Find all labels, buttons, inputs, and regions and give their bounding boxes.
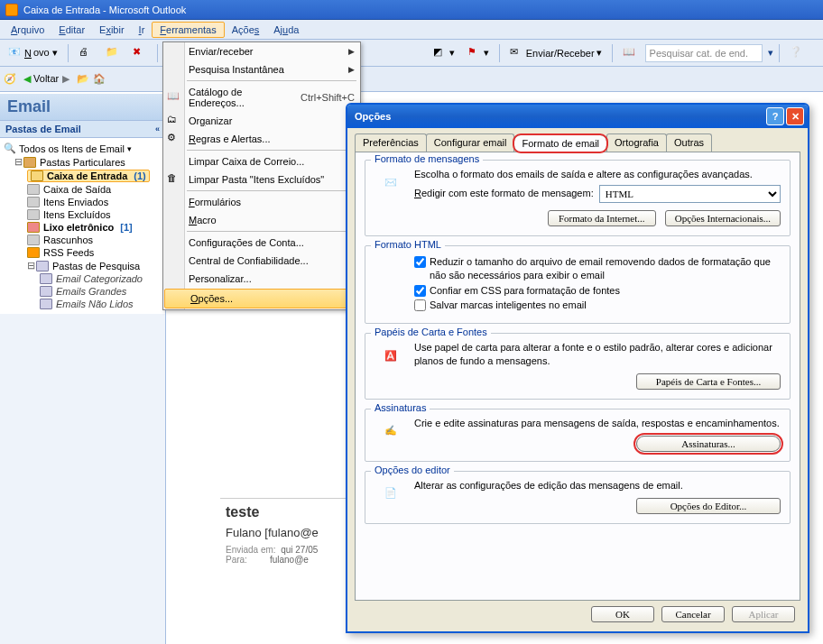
addressbook-icon: 📖 bbox=[623, 46, 637, 60]
dialog-footer: OK Cancelar Aplicar bbox=[591, 606, 795, 622]
back-button[interactable]: ◀ Voltar bbox=[23, 73, 59, 85]
addressbook-icon: 📖 bbox=[167, 90, 181, 105]
folder-inbox[interactable]: Caixa de Entrada (1) bbox=[2, 169, 163, 183]
move-button[interactable]: 📁 bbox=[101, 43, 125, 63]
toolbar-main: 📧NNovoovo ▾ 🖨 📁 ✖ ↩ ◩▾ ⚑▾ ✉ Enviar/Receb… bbox=[0, 40, 823, 67]
msgfmt-desc: Escolha o formato dos emails de saída e … bbox=[414, 168, 781, 181]
dialog-titlebar[interactable]: Opções ? ✕ bbox=[347, 105, 808, 128]
menu-item-customize[interactable]: Personalizar... bbox=[163, 270, 360, 288]
to-value: fulano@e bbox=[270, 555, 309, 565]
menu-item-instant-search[interactable]: Pesquisa Instantânea bbox=[163, 60, 360, 78]
send-receive-icon: ✉ bbox=[510, 46, 524, 60]
new-button[interactable]: 📧NNovoovo ▾ bbox=[4, 43, 62, 63]
menu-item-clean-mailbox[interactable]: Limpar Caixa de Correio... bbox=[163, 152, 360, 170]
tab-outras[interactable]: Outras bbox=[666, 133, 712, 152]
menu-item-send-receive[interactable]: Enviar/receber bbox=[163, 42, 360, 60]
outlook-icon bbox=[5, 4, 18, 16]
menu-bar: AArquivorquivo Editar Exibir Ir Ferramen… bbox=[0, 20, 823, 40]
forward-button[interactable]: ▶ bbox=[62, 73, 69, 85]
menu-acoes[interactable]: Ações bbox=[225, 23, 267, 37]
forward-icon: ▶ bbox=[62, 73, 69, 84]
folder-rss[interactable]: RSS Feeds bbox=[2, 246, 163, 259]
menu-arquivo[interactable]: AArquivorquivo bbox=[4, 23, 51, 37]
rss-icon bbox=[27, 247, 40, 258]
drafts-icon bbox=[27, 235, 40, 245]
nav-subheader-label: Pastas de Email bbox=[5, 124, 81, 134]
search-folder-icon bbox=[40, 299, 52, 309]
tab-preferencias[interactable]: Preferências bbox=[355, 133, 427, 152]
menu-ir[interactable]: Ir bbox=[132, 23, 153, 37]
apply-button[interactable]: Aplicar bbox=[732, 606, 795, 622]
contact-search-input[interactable]: Pesquisar cat. de end. bbox=[645, 44, 763, 62]
menu-editar[interactable]: Editar bbox=[51, 23, 92, 37]
signatures-desc: Crie e edite assinaturas para mensagens … bbox=[414, 417, 781, 430]
chk-reduce-size[interactable]: Reduzir o tamanho do arquivo de email re… bbox=[414, 255, 781, 282]
sent-label: Enviada em: bbox=[226, 545, 276, 555]
menu-item-rules[interactable]: ⚙Regras e Alertas... bbox=[163, 130, 360, 148]
menu-item-address-book[interactable]: 📖Catálogo de Endereços...Ctrl+Shift+C bbox=[163, 83, 360, 112]
sf-categorized[interactable]: Email Categorizado bbox=[2, 272, 163, 285]
menu-item-macro[interactable]: Macro bbox=[163, 211, 360, 229]
message-header: teste Fulano [fulano@e Enviada em: qui 2… bbox=[220, 498, 356, 570]
compose-format-select[interactable]: HTML bbox=[599, 185, 781, 203]
ok-button[interactable]: OK bbox=[591, 606, 654, 622]
address-book-button[interactable]: 📖 bbox=[618, 43, 642, 63]
up-button[interactable]: 📂 bbox=[77, 73, 89, 85]
editor-desc: Alterar as configurações de edição das m… bbox=[414, 479, 781, 492]
menu-item-trust-center[interactable]: Central de Confiabilidade... bbox=[163, 252, 360, 270]
sf-large[interactable]: Emails Grandes bbox=[2, 285, 163, 298]
nav-launch-button[interactable]: 🧭 bbox=[4, 73, 16, 85]
menu-item-account-settings[interactable]: Configurações de Conta... bbox=[163, 234, 360, 252]
nav-header: Email bbox=[0, 94, 165, 121]
help-icon: ❔ bbox=[790, 46, 804, 60]
chk-css-fonts[interactable]: Confiar em CSS para formatação de fontes bbox=[414, 284, 781, 298]
menu-item-empty-deleted[interactable]: 🗑Limpar Pasta "Itens Excluídos" bbox=[163, 170, 360, 189]
folder-sent[interactable]: Itens Enviados bbox=[2, 196, 163, 208]
followup-button[interactable]: ⚑▾ bbox=[463, 43, 494, 63]
print-icon: 🖨 bbox=[79, 46, 93, 60]
folder-deleted[interactable]: Itens Excluídos bbox=[2, 208, 163, 221]
delete-button[interactable]: ✖ bbox=[128, 43, 152, 63]
delete-icon: ✖ bbox=[133, 46, 147, 60]
menu-ajuda[interactable]: Ajuda bbox=[266, 23, 306, 37]
chevron-collapse-icon[interactable]: « bbox=[155, 124, 160, 133]
menu-ferramentas[interactable]: Ferramentas bbox=[152, 22, 224, 38]
home-button[interactable]: 🏠 bbox=[93, 73, 106, 85]
all-mail-items[interactable]: 🔍 Todos os Itens de Email ▾ bbox=[2, 142, 163, 155]
menu-item-options[interactable]: Opções... bbox=[164, 289, 359, 308]
tab-ortografia[interactable]: Ortografia bbox=[606, 133, 667, 152]
rules-icon: ⚙ bbox=[167, 132, 181, 146]
dialog-close-button[interactable]: ✕ bbox=[786, 107, 804, 125]
folder-outbox[interactable]: Caixa de Saída bbox=[2, 183, 163, 196]
sf-unread[interactable]: Emails Não Lidos bbox=[2, 298, 163, 310]
internet-format-button[interactable]: Formato da Internet... bbox=[548, 210, 656, 226]
send-receive-button[interactable]: ✉ Enviar/Receber ▾ bbox=[505, 43, 606, 63]
message-subject: teste bbox=[226, 504, 350, 520]
menu-item-forms[interactable]: Formulários bbox=[163, 193, 360, 211]
folder-search-root[interactable]: ⊟Pastas de Pesquisa bbox=[2, 259, 163, 272]
editor-icon: 📄 bbox=[375, 479, 407, 508]
cancel-button[interactable]: Cancelar bbox=[661, 606, 725, 622]
dialog-tabs: Preferências Configurar email Formato de… bbox=[347, 128, 808, 152]
tab-formato-email[interactable]: Formato de email bbox=[513, 134, 607, 152]
stationery-desc: Use papel de carta para alterar a fonte … bbox=[414, 341, 781, 368]
signatures-button[interactable]: Assinaturas... bbox=[636, 436, 781, 452]
international-options-button[interactable]: Opções Internacionais... bbox=[665, 210, 781, 226]
search-folder-icon bbox=[40, 286, 52, 297]
folder-root[interactable]: ⊟Pastas Particulares bbox=[2, 155, 163, 169]
help-button[interactable]: ❔ bbox=[785, 43, 809, 63]
menu-item-organize[interactable]: 🗂Organizar bbox=[163, 112, 360, 130]
search-folder-icon bbox=[40, 273, 52, 284]
group-message-format: Formato de mensagens ✉️ Escolha o format… bbox=[365, 160, 791, 236]
group-html-format: Formato HTML Reduzir o tamanho do arquiv… bbox=[365, 245, 791, 324]
dialog-help-button[interactable]: ? bbox=[766, 107, 784, 125]
categorize-button[interactable]: ◩▾ bbox=[429, 43, 459, 63]
print-button[interactable]: 🖨 bbox=[74, 43, 97, 63]
menu-exibir[interactable]: Exibir bbox=[92, 23, 132, 37]
folder-junk[interactable]: Lixo eletrônico [1] bbox=[2, 221, 163, 234]
folder-drafts[interactable]: Rascunhos bbox=[2, 234, 163, 246]
tab-configurar-email[interactable]: Configurar email bbox=[426, 133, 515, 152]
stationery-fonts-button[interactable]: Papéis de Carta e Fontes... bbox=[636, 373, 781, 390]
editor-options-button[interactable]: Opções do Editor... bbox=[636, 498, 781, 514]
chk-smart-tags[interactable]: Salvar marcas inteligentes no email bbox=[414, 299, 781, 312]
